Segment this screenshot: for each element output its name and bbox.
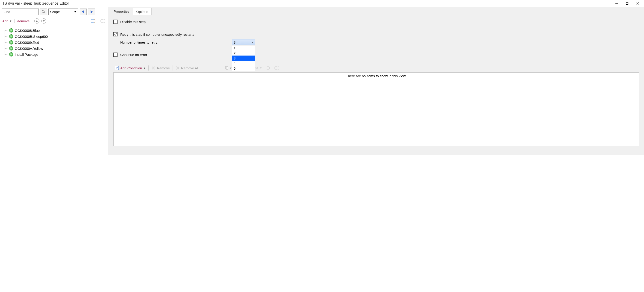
svg-text:?: ? — [116, 66, 118, 70]
tab-properties[interactable]: Properties — [110, 8, 133, 15]
find-box[interactable]: x — [2, 8, 39, 15]
expand-all-button[interactable] — [41, 18, 46, 24]
tree-item-label: GCK00009:Red — [15, 40, 39, 44]
retry-count-option[interactable]: 1 — [232, 46, 255, 50]
conditions-empty-text: There are no items to show in this view. — [346, 74, 406, 78]
close-icon — [636, 2, 639, 5]
remove-button[interactable]: Remove — [17, 19, 30, 23]
maximize-icon — [626, 2, 628, 5]
task-tree[interactable]: GCK00008:Blue GCK0000B:Sleep600 GCK00009… — [0, 26, 108, 59]
remove-all-conditions-button[interactable]: Remove All — [174, 66, 200, 70]
retry-step-checkbox[interactable] — [113, 32, 118, 36]
retry-step-label: Retry this step if computer unexpectedly… — [120, 32, 194, 36]
success-icon — [9, 28, 13, 32]
continue-on-error-label: Continue on error — [120, 53, 147, 57]
remove-condition-button[interactable]: Remove — [150, 66, 171, 70]
success-icon — [9, 40, 13, 44]
tree-item[interactable]: GCK00008:Blue — [3, 28, 106, 34]
code-view-a-button[interactable] — [90, 18, 97, 24]
retry-count-option[interactable]: 5 — [232, 66, 255, 71]
retry-count-option[interactable]: 2 — [232, 50, 255, 56]
titlebar: TS dyn var - sleep Task Sequence Editor — [0, 0, 644, 7]
close-button[interactable] — [632, 0, 643, 7]
svg-rect-24 — [266, 66, 267, 67]
help-icon: ? — [115, 66, 119, 70]
minimize-icon — [615, 2, 618, 5]
chevron-down-icon — [74, 10, 77, 13]
retry-count-value: 3 — [234, 40, 236, 44]
svg-rect-7 — [92, 22, 93, 23]
disable-step-checkbox[interactable] — [113, 20, 118, 24]
nav-back-button[interactable] — [80, 8, 87, 15]
search-icon — [42, 10, 46, 14]
tree-structure-alt-icon — [274, 66, 278, 70]
tree-structure-icon — [266, 66, 270, 70]
svg-rect-6 — [92, 19, 93, 20]
scope-dropdown[interactable]: Scope — [48, 8, 78, 15]
tree-structure-b-button[interactable] — [272, 66, 280, 70]
chevron-down-icon: ▾ — [252, 41, 254, 44]
add-condition-label: Add Condition — [120, 66, 142, 70]
separator — [172, 66, 173, 70]
left-pane: x Scope — [0, 7, 108, 155]
minimize-button[interactable] — [611, 0, 622, 7]
chevrons-up-icon — [36, 20, 38, 22]
success-icon — [9, 34, 13, 38]
remove-condition-label: Remove — [157, 66, 170, 70]
collapse-all-button[interactable] — [34, 18, 40, 24]
retry-count-label: Number of times to retry: — [120, 40, 158, 44]
tree-structure-icon — [91, 19, 96, 23]
tree-item-label: Install Package — [15, 52, 38, 56]
disable-step-row: Disable this step — [113, 18, 639, 25]
options-panel: Disable this step Retry this step if com… — [108, 15, 644, 149]
window-title: TS dyn var - sleep Task Sequence Editor — [1, 2, 69, 6]
svg-line-5 — [44, 12, 45, 13]
tree-structure-alt-icon — [100, 19, 104, 23]
svg-rect-21 — [226, 67, 228, 69]
add-label: Add — [2, 19, 8, 23]
add-condition-button[interactable]: ? Add Condition ▼ — [113, 66, 147, 70]
tree-item[interactable]: Install Package — [3, 52, 106, 58]
svg-rect-25 — [266, 69, 267, 70]
separator — [32, 19, 32, 23]
maximize-button[interactable] — [622, 0, 632, 7]
left-toolbar-row2: Add ▼ Remove — [0, 16, 108, 26]
svg-rect-28 — [277, 66, 278, 67]
right-pane: Properties Options Disable this step — [108, 7, 644, 155]
tab-options[interactable]: Options — [133, 8, 152, 15]
svg-point-4 — [42, 10, 44, 13]
success-icon — [9, 52, 13, 56]
conditions-toolbar: ? Add Condition ▼ Remove — [113, 64, 639, 72]
svg-rect-10 — [103, 19, 104, 20]
arrow-left-icon — [81, 10, 85, 14]
copy-icon — [225, 66, 229, 70]
window-system-buttons — [611, 0, 643, 7]
continue-on-error-checkbox[interactable] — [113, 52, 118, 57]
search-button[interactable] — [40, 8, 47, 15]
separator — [14, 19, 14, 23]
tree-item[interactable]: GCK00009:Red — [3, 40, 106, 46]
disable-step-label: Disable this step — [120, 20, 146, 24]
tree-item[interactable]: GCK0000A:Yellow — [3, 46, 106, 52]
retry-count-combo[interactable]: 3 ▾ — [232, 39, 255, 45]
retry-count-option[interactable]: 3 — [232, 56, 255, 60]
scope-label: Scope — [50, 10, 60, 14]
tree-item[interactable]: GCK0000B:Sleep600 — [3, 34, 106, 40]
arrow-right-icon — [90, 10, 94, 14]
continue-on-error-row: Continue on error — [113, 51, 639, 58]
tree-structure-a-button[interactable] — [264, 66, 272, 70]
chevrons-down-icon — [42, 20, 45, 22]
remove-all-conditions-label: Remove All — [181, 66, 198, 70]
nav-forward-button[interactable] — [88, 8, 95, 15]
caret-down-icon: ▼ — [143, 67, 146, 69]
remove-label: Remove — [17, 19, 30, 23]
retry-count-list[interactable]: 1 2 3 4 5 — [232, 45, 255, 71]
conditions-list[interactable]: There are no items to show in this view. — [113, 72, 639, 146]
tree-item-label: GCK00008:Blue — [15, 28, 40, 32]
delete-icon — [152, 66, 156, 70]
add-button[interactable]: Add ▼ — [2, 19, 12, 23]
delete-icon — [176, 66, 180, 70]
code-view-b-button[interactable] — [99, 18, 106, 24]
retry-count-option[interactable]: 4 — [232, 60, 255, 66]
caret-down-icon: ▼ — [260, 67, 262, 69]
